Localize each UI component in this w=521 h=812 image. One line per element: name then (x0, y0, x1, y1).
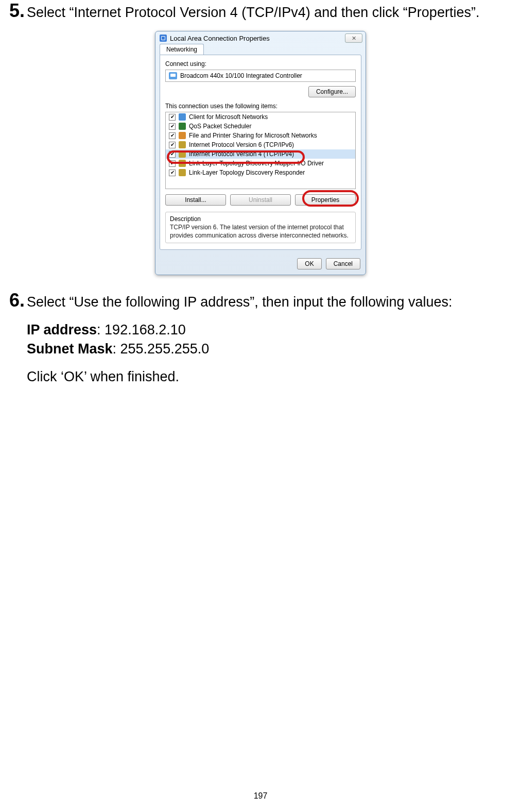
network-icon (160, 35, 167, 42)
subnet-mask-value: : 255.255.255.0 (113, 341, 210, 357)
checkbox-icon[interactable]: ✔ (169, 132, 176, 139)
uninstall-button: Uninstall (230, 194, 291, 206)
description-group: Description TCP/IP version 6. The latest… (165, 212, 356, 243)
item-label: QoS Packet Scheduler (189, 123, 251, 130)
list-item[interactable]: ✔ QoS Packet Scheduler (166, 122, 355, 131)
dialog-title: Local Area Connection Properties (170, 35, 270, 42)
list-item-ipv4[interactable]: ✔ Internet Protocol Version 4 (TCP/IPv4) (166, 149, 355, 159)
cancel-button[interactable]: Cancel (326, 258, 360, 269)
page-number: 197 (0, 791, 521, 801)
item-label: Link-Layer Topology Discovery Mapper I/O… (189, 160, 324, 167)
qos-icon (179, 123, 186, 130)
item-label: Internet Protocol Version 6 (TCP/IPv6) (189, 141, 294, 148)
checkbox-icon[interactable]: ✔ (169, 160, 176, 167)
checkbox-icon[interactable]: ✔ (169, 114, 176, 121)
share-icon (179, 132, 186, 139)
tab-networking[interactable]: Networking (160, 44, 204, 55)
ip-address-label: IP address (27, 322, 97, 337)
ip-address-value: : 192.168.2.10 (97, 322, 186, 337)
items-label: This connection uses the following items… (165, 103, 356, 110)
checkbox-icon[interactable]: ✔ (169, 151, 176, 158)
protocol-icon (179, 141, 186, 148)
list-item[interactable]: ✔ File and Printer Sharing for Microsoft… (166, 131, 355, 140)
checkbox-icon[interactable]: ✔ (169, 123, 176, 130)
item-label: Client for Microsoft Networks (189, 113, 268, 121)
checkbox-icon[interactable]: ✔ (169, 142, 176, 148)
properties-dialog: Local Area Connection Properties ✕ Netwo… (155, 31, 366, 275)
description-body: TCP/IP version 6. The latest version of … (170, 224, 351, 240)
step5-text: Select “Internet Protocol Version 4 (TCP… (27, 5, 479, 21)
dialog-titlebar: Local Area Connection Properties ✕ (155, 31, 366, 44)
protocol-icon (179, 160, 186, 167)
description-title: Description (170, 215, 351, 223)
finish-instruction: Click ‘OK’ when finished. (27, 367, 512, 386)
step6-text: Select “Use the following IP address”, t… (27, 294, 452, 310)
subnet-mask-label: Subnet Mask (27, 341, 113, 357)
item-label: File and Printer Sharing for Microsoft N… (189, 132, 317, 139)
properties-button[interactable]: Properties (295, 194, 356, 206)
item-label: Internet Protocol Version 4 (TCP/IPv4) (189, 150, 294, 158)
list-item[interactable]: ✔ Link-Layer Topology Discovery Responde… (166, 168, 355, 177)
step6-number: 6. (9, 290, 25, 311)
install-button[interactable]: Install... (165, 194, 226, 206)
protocol-icon (179, 150, 186, 158)
protocol-icon (179, 169, 186, 176)
checkbox-icon[interactable]: ✔ (169, 170, 176, 176)
adapter-field[interactable]: Broadcom 440x 10/100 Integrated Controll… (165, 70, 356, 82)
connect-using-label: Connect using: (165, 60, 356, 67)
configure-button[interactable]: Configure... (308, 86, 356, 97)
ok-button[interactable]: OK (297, 258, 321, 269)
list-item[interactable]: ✔ Link-Layer Topology Discovery Mapper I… (166, 159, 355, 168)
client-icon (179, 113, 186, 121)
close-button[interactable]: ✕ (345, 33, 362, 43)
list-item[interactable]: ✔ Client for Microsoft Networks (166, 112, 355, 122)
adapter-name: Broadcom 440x 10/100 Integrated Controll… (180, 72, 302, 79)
step5-number: 5. (9, 0, 25, 22)
list-item[interactable]: ✔ Internet Protocol Version 6 (TCP/IPv6) (166, 140, 355, 149)
item-label: Link-Layer Topology Discovery Responder (189, 169, 305, 176)
adapter-icon (169, 72, 177, 79)
items-listbox[interactable]: ✔ Client for Microsoft Networks ✔ QoS Pa… (165, 112, 356, 189)
